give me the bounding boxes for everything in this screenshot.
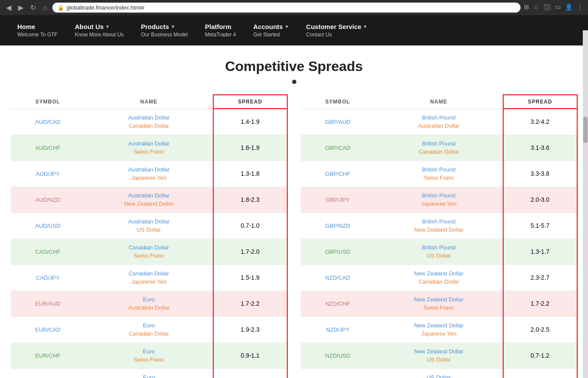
products-dropdown-arrow: ▼ <box>171 24 175 29</box>
symbol-cell: GBP/USD <box>301 239 375 265</box>
nav-platform[interactable]: Platform MetaTrader 4 <box>196 15 245 45</box>
name-cell: British Pound Japanese Yen <box>375 187 503 213</box>
table-row: GBP/NZD British Pound New Zealand Dollar… <box>301 213 577 239</box>
table-row: USD/CAD US Dollar Canadian Dollar 0.8-1.… <box>301 368 577 378</box>
name-cell: New Zealand Dollar US Dollar <box>375 342 503 368</box>
spread-cell: 2.0-2.5 <box>503 317 577 342</box>
main-content: Competitive Spreads SYMBOL NAME SPREAD A… <box>0 45 588 378</box>
right-table: SYMBOL NAME SPREAD GBP/AUD British Pound… <box>301 94 578 378</box>
name-cell: Euro Swiss Franc <box>85 342 213 368</box>
nav-accounts-sub: Get Started <box>253 32 289 38</box>
symbol-cell: NZD/CHF <box>301 291 375 317</box>
nav-customer-service-sub: Contact Us <box>306 32 367 38</box>
url-text: globaltrade.finance/index.html# <box>67 4 145 11</box>
name-cell: British Pound US Dollar <box>375 239 503 265</box>
table-row: NZD/CAD New Zealand Dollar Canadian Doll… <box>301 265 577 291</box>
browser-actions: ⊞ ☆ ⬛ ▭ 👤 ⋮ <box>524 3 584 12</box>
symbol-cell: USD/CAD <box>301 368 375 378</box>
table-row: NZD/USD New Zealand Dollar US Dollar 0.7… <box>301 342 577 368</box>
spread-cell: 1.3-1.8 <box>213 161 287 187</box>
symbol-cell: AUD/JPY <box>11 161 85 187</box>
nav-accounts[interactable]: Accounts ▼ Get Started <box>244 15 297 45</box>
nav-about[interactable]: About Us ▼ Know More About Us <box>66 15 132 45</box>
window-icon[interactable]: ▭ <box>555 3 561 12</box>
scrollbar-thumb[interactable] <box>583 117 588 143</box>
symbol-cell: CAD/JPY <box>11 265 85 291</box>
symbol-cell: AUD/NZD <box>11 187 85 213</box>
table-row: EUR/CHF Euro Swiss Franc 0.9-1.1 <box>11 342 287 368</box>
back-button[interactable]: ◀ <box>4 3 13 13</box>
top-nav: Home Welcome To GTF About Us ▼ Know More… <box>0 15 588 45</box>
table-row: GBP/AUD British Pound Australian Dollar … <box>301 109 577 135</box>
name-cell: Canadian Dollar Japanese Yen <box>85 265 213 291</box>
nav-products[interactable]: Products ▼ Our Business Model <box>132 15 196 45</box>
extension-icon[interactable]: ⬛ <box>543 3 551 12</box>
menu-icon[interactable]: ⋮ <box>577 3 584 12</box>
nav-home-sub: Welcome To GTF <box>17 32 58 38</box>
forward-button[interactable]: ▶ <box>16 3 25 13</box>
customer-service-dropdown-arrow: ▼ <box>363 24 367 29</box>
nav-products-label: Products ▼ <box>141 23 188 30</box>
table-row: AUD/NZD Australian Dollar New Zealand Do… <box>11 187 287 213</box>
left-table: SYMBOL NAME SPREAD AUD/CAD Australian Do… <box>11 94 288 378</box>
spread-cell: 0.8-1.3 <box>503 368 577 378</box>
spread-cell: 0.8-1.1 <box>213 368 287 378</box>
right-name-header: NAME <box>375 95 503 109</box>
table-row: AUD/JPY Australian Dollar Japanese Yen 1… <box>11 161 287 187</box>
symbol-cell: AUD/USD <box>11 213 85 239</box>
symbol-cell: GBP/AUD <box>301 109 375 135</box>
name-cell: Euro Australian Dollar <box>85 291 213 317</box>
spread-cell: 1.7-2.2 <box>503 291 577 317</box>
left-name-header: NAME <box>85 95 213 109</box>
spread-cell: 1.6-1.9 <box>213 135 287 161</box>
symbol-cell: NZD/JPY <box>301 317 375 342</box>
spread-cell: 1.3-1.7 <box>503 239 577 265</box>
name-cell: Australian Dollar Swiss Franc <box>85 135 213 161</box>
spread-cell: 1.7-2.0 <box>213 239 287 265</box>
profile-icon[interactable]: 👤 <box>565 3 572 12</box>
url-bar[interactable]: 🔒 globaltrade.finance/index.html# <box>52 3 521 13</box>
spread-cell: 3.1-3.6 <box>503 135 577 161</box>
table-row: NZD/CHF New Zealand Dollar Swiss Franc 1… <box>301 291 577 317</box>
table-row: CAD/CHF Canadian Dollar Swiss Franc 1.7-… <box>11 239 287 265</box>
cast-icon[interactable]: ⊞ <box>524 3 529 12</box>
nav-products-sub: Our Business Model <box>141 32 188 38</box>
table-row: AUD/USD Australian Dollar US Dollar 0.7-… <box>11 213 287 239</box>
table-row: EUR/CAD Euro Canadian Dollar 1.9-2.3 <box>11 317 287 342</box>
name-cell: British Pound Canadian Dollar <box>375 135 503 161</box>
symbol-cell: GBP/CHF <box>301 161 375 187</box>
symbol-cell: EUR/GBP <box>11 368 85 378</box>
browser-chrome: ◀ ▶ ↻ ⌂ 🔒 globaltrade.finance/index.html… <box>0 0 588 15</box>
table-row: NZD/JPY New Zealand Dollar Japanese Yen … <box>301 317 577 342</box>
title-dot <box>9 78 579 86</box>
home-button[interactable]: ⌂ <box>41 3 49 13</box>
left-symbol-header: SYMBOL <box>11 95 85 109</box>
spread-cell: 0.7-1.0 <box>213 213 287 239</box>
nav-about-label: About Us ▼ <box>75 23 124 30</box>
symbol-cell: NZD/CAD <box>301 265 375 291</box>
left-table-header-row: SYMBOL NAME SPREAD <box>11 95 287 109</box>
table-row: EUR/AUD Euro Australian Dollar 1.7-2.2 <box>11 291 287 317</box>
accounts-dropdown-arrow: ▼ <box>285 24 289 29</box>
bookmark-icon[interactable]: ☆ <box>533 3 539 12</box>
refresh-button[interactable]: ↻ <box>29 3 38 13</box>
right-table-section: SYMBOL NAME SPREAD GBP/AUD British Pound… <box>301 94 578 378</box>
name-cell: Australian Dollar Canadian Dollar <box>85 109 213 135</box>
spread-cell: 1.4-1.9 <box>213 109 287 135</box>
symbol-cell: NZD/USD <box>301 342 375 368</box>
name-cell: British Pound Australian Dollar <box>375 109 503 135</box>
table-row: AUD/CHF Australian Dollar Swiss Franc 1.… <box>11 135 287 161</box>
name-cell: Australian Dollar New Zealand Dollar <box>85 187 213 213</box>
scrollbar[interactable] <box>583 30 588 378</box>
table-row: GBP/JPY British Pound Japanese Yen 2.0-3… <box>301 187 577 213</box>
spread-cell: 0.9-1.1 <box>213 342 287 368</box>
nav-customer-service[interactable]: Customer Service ▼ Contact Us <box>298 15 376 45</box>
symbol-cell: EUR/AUD <box>11 291 85 317</box>
table-row: GBP/CAD British Pound Canadian Dollar 3.… <box>301 135 577 161</box>
symbol-cell: GBP/NZD <box>301 213 375 239</box>
nav-home[interactable]: Home Welcome To GTF <box>9 15 66 45</box>
spread-cell: 2.0-3.0 <box>503 187 577 213</box>
symbol-cell: GBP/JPY <box>301 187 375 213</box>
symbol-cell: GBP/CAD <box>301 135 375 161</box>
spread-cell: 0.7-1.2 <box>503 342 577 368</box>
